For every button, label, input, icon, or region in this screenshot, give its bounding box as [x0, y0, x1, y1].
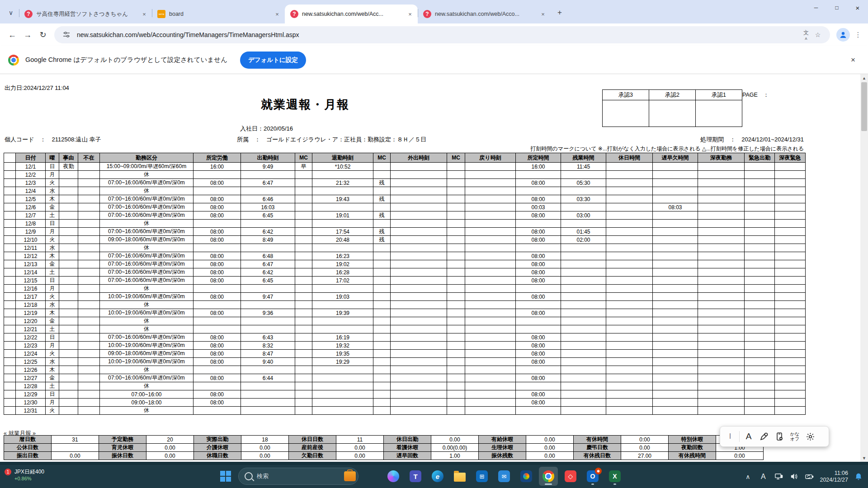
ime-kana-toggle[interactable]: かなオフ: [788, 428, 802, 445]
spacer-cell: [4, 333, 16, 342]
attendance-cell: 19:29: [312, 358, 373, 366]
browser-menu-icon[interactable]: ⋮: [853, 28, 863, 42]
address-bar[interactable]: new.satsukichan.com/web/Accounting/TimeM…: [54, 26, 830, 43]
site-settings-icon[interactable]: [61, 29, 72, 41]
spacer-cell: [4, 317, 16, 325]
attendance-cell: [698, 187, 745, 195]
summary-label: 振休残数: [479, 452, 526, 460]
teams-taskbar-icon[interactable]: T: [406, 467, 425, 486]
photos-taskbar-icon[interactable]: [517, 467, 536, 486]
translate-icon[interactable]: 文A: [800, 29, 812, 41]
attendance-cell: 9:40: [241, 358, 295, 366]
tab-close-icon[interactable]: ×: [406, 10, 414, 18]
bookmark-star-icon[interactable]: ☆: [812, 29, 824, 41]
mail-taskbar-icon[interactable]: ✉: [495, 467, 514, 486]
ime-caret-button[interactable]: I: [723, 428, 737, 445]
attendance-cell: [391, 244, 447, 252]
scroll-down-icon[interactable]: ▼: [860, 454, 868, 462]
attendance-cell: [698, 236, 745, 244]
spacer-cell: [4, 301, 16, 309]
attendance-cell: [447, 203, 465, 211]
volume-icon[interactable]: [787, 468, 801, 485]
back-button[interactable]: ←: [5, 27, 20, 42]
browser-toolbar: ← → ↻ new.satsukichan.com/web/Accounting…: [0, 23, 868, 46]
attendance-cell: [698, 171, 745, 179]
store-taskbar-icon[interactable]: ⊞: [472, 467, 491, 486]
set-default-button[interactable]: デフォルトに設定: [240, 52, 306, 69]
browser-tab[interactable]: ?new.satsukichan.com/web/Acc...×: [285, 5, 418, 23]
maximize-button[interactable]: □: [826, 0, 847, 15]
attendance-cell: 12/21: [16, 325, 46, 333]
attendance-cell: [78, 260, 100, 268]
battery-icon[interactable]: [802, 468, 816, 485]
attendance-cell: 休: [100, 366, 193, 374]
attendance-cell: [653, 399, 698, 407]
browser-tab[interactable]: sernaboard×: [152, 5, 285, 23]
outlook-taskbar-icon[interactable]: O✱: [583, 467, 602, 486]
cast-device-icon[interactable]: [772, 468, 785, 485]
attendance-cell: 08:00: [516, 211, 561, 220]
attendance-cell: [391, 195, 447, 203]
browser-tab[interactable]: ?サ高住専用経営ソフトさつきちゃん×: [19, 5, 152, 23]
ime-dictionary-icon[interactable]: [772, 428, 787, 445]
copilot-taskbar-icon[interactable]: [384, 467, 403, 486]
attendance-cell: [59, 293, 78, 301]
chrome-taskbar-icon[interactable]: [539, 467, 558, 486]
attendance-cell: [312, 399, 373, 407]
attendance-cell: [465, 211, 516, 220]
attendance-cell: [698, 301, 745, 309]
ime-mode-button[interactable]: A: [741, 428, 756, 445]
app-grid-taskbar-icon[interactable]: [362, 467, 381, 486]
close-button[interactable]: ×: [847, 0, 868, 15]
taskbar-clock[interactable]: 11:06 2024/12/27: [818, 470, 850, 483]
new-tab-button[interactable]: +: [553, 6, 566, 19]
attendance-row: 12/2月休: [4, 171, 806, 179]
column-header: 緊急出勤: [745, 153, 775, 163]
search-highlight-icon[interactable]: [344, 471, 356, 481]
attendance-cell: [745, 236, 775, 244]
browser-tab[interactable]: ?new.satsukichan.com/web/Acco...×: [418, 5, 551, 23]
tab-close-icon[interactable]: ×: [273, 10, 281, 18]
attendance-cell: [465, 220, 516, 228]
ime-handwriting-icon[interactable]: [757, 428, 771, 445]
tray-expand-icon[interactable]: ∧: [741, 468, 755, 485]
attendance-cell: [447, 285, 465, 293]
attendance-cell: [561, 333, 606, 342]
red-diamond-app-taskbar-icon[interactable]: ◇: [561, 467, 580, 486]
tab-close-icon[interactable]: ×: [539, 10, 547, 18]
attendance-cell: 日: [46, 220, 59, 228]
attendance-cell: [561, 252, 606, 260]
attendance-cell: [653, 390, 698, 399]
ime-mode-indicator[interactable]: A: [756, 468, 770, 485]
excel-taskbar-icon[interactable]: X: [605, 467, 624, 486]
ime-settings-gear-icon[interactable]: [803, 428, 817, 445]
profile-avatar[interactable]: [836, 28, 850, 42]
stock-widget[interactable]: 1 JPX日経400 +0.86%: [5, 468, 44, 482]
tab-close-icon[interactable]: ×: [140, 10, 148, 18]
edge-taskbar-icon[interactable]: e: [428, 467, 447, 486]
scrollbar-thumb[interactable]: [861, 82, 867, 131]
attendance-cell: 12/12: [16, 252, 46, 260]
minimize-button[interactable]: ─: [806, 0, 826, 15]
taskbar-search[interactable]: 検索: [238, 468, 359, 485]
forward-button[interactable]: →: [20, 27, 35, 42]
reload-button[interactable]: ↻: [35, 27, 51, 42]
attendance-cell: 07:00~16:00/60m/早遅0m/深0m: [100, 277, 193, 285]
summary-value: 1.00: [431, 452, 479, 460]
scroll-up-icon[interactable]: ▲: [860, 74, 868, 82]
spacer-cell: [4, 171, 16, 179]
file-explorer-taskbar-icon[interactable]: [450, 467, 469, 486]
banner-close-icon[interactable]: ×: [846, 56, 860, 65]
notification-bell-icon[interactable]: [852, 468, 865, 485]
attendance-cell: 19:43: [312, 195, 373, 203]
start-button[interactable]: [216, 467, 235, 486]
tab-search-button[interactable]: ∨: [5, 6, 17, 19]
url-text[interactable]: new.satsukichan.com/web/Accounting/TimeM…: [77, 31, 800, 38]
attendance-cell: 9:49: [241, 163, 295, 171]
attendance-cell: [745, 228, 775, 236]
attendance-cell: [745, 244, 775, 252]
attendance-cell: [606, 211, 653, 220]
window-bottom-edge: [0, 462, 868, 465]
attendance-cell: [447, 171, 465, 179]
page-scrollbar[interactable]: ▲ ▼: [860, 74, 868, 462]
